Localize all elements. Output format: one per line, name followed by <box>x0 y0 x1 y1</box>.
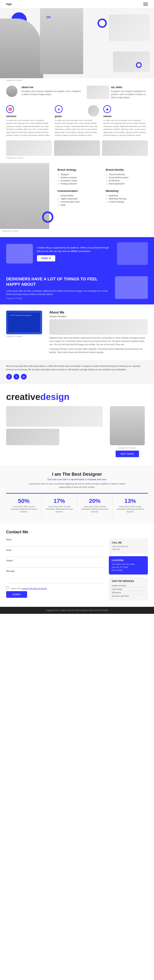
screen-text: Learn Instagram photography <box>10 314 31 316</box>
mission-title: mission <box>6 115 51 118</box>
stat-label-2: Lorem ipsum dolor sit amet consectetur a… <box>44 505 75 513</box>
brand-section: Image from Freepik Brand strategy —Navig… <box>0 163 154 237</box>
creative-img-top <box>6 406 103 427</box>
mgv-image-credit: Images from Freepik <box>6 157 148 159</box>
skills-image-block: my skills Excepteur sint occaecat cupida… <box>87 86 148 99</box>
footer: Copyright 2023. All rights reserved | Th… <box>0 607 154 614</box>
hero-section: ∞ <box>0 8 154 78</box>
nav-logo[interactable]: logo <box>6 2 12 6</box>
values-title: values <box>103 115 148 118</box>
identity-item-1: —Visual positioning <box>106 173 150 176</box>
email-input[interactable] <box>6 552 104 557</box>
affiliate-start-button[interactable]: START IT <box>37 255 55 261</box>
call-title: CALL ME <box>112 541 145 544</box>
creative-credit: Images from Freepik <box>107 447 148 449</box>
designers-text: DESIGNERS HAVE A LOT OF THINGS TO FEEL H… <box>6 276 111 299</box>
stat-item-4: 13% Lorem ipsum dolor sit amet consectet… <box>113 493 148 517</box>
social-row: f t in <box>6 374 148 380</box>
creative-right-col: Images from Freepik NEXT MORE <box>107 406 148 457</box>
designers-title: DESIGNERS HAVE A LOT OF THINGS TO FEEL H… <box>6 276 111 287</box>
designers-right-img <box>115 276 148 299</box>
hero-right-top <box>109 14 150 41</box>
subject-label: Subject <box>6 560 104 562</box>
subject-input[interactable] <box>6 562 104 568</box>
stat-item-2: 17% Lorem ipsum dolor sit amet consectet… <box>42 493 77 517</box>
agree-row: I agree to the I agree to the Terms of S… <box>6 586 104 590</box>
twitter-icon[interactable]: t <box>14 374 19 380</box>
hamburger-menu[interactable] <box>143 3 148 6</box>
next-more-button[interactable]: NEXT MORE <box>116 450 139 457</box>
quote-section: We are living rapid these after going do… <box>0 360 154 384</box>
skills-image <box>87 86 110 99</box>
hero-image-credit: Image from Freepik <box>0 78 154 82</box>
creative-normal-text: creative <box>6 392 40 402</box>
infinity-icon: ∞ <box>46 13 50 21</box>
creative-title-text: creativedesign <box>6 392 148 402</box>
service-item-2: Logo Design <box>112 587 145 591</box>
mgv-image-1 <box>6 140 52 156</box>
form-name-row: Name <box>6 538 104 547</box>
strategy-item-3: —Competitor review <box>58 179 102 182</box>
mgv-image-2 <box>54 140 100 156</box>
about-me-right-col: About Me Sample Headline Dignissim diam … <box>49 310 148 354</box>
message-input[interactable] <box>6 573 104 583</box>
agree-checkbox[interactable] <box>6 586 9 589</box>
about-me-para2: Consequat interdum varius sit amet matti… <box>49 347 148 354</box>
values-block: ◆ values In mollis nunc sed id semper ri… <box>103 105 148 137</box>
brand-right-col: Brand strategy —Navigate —Audience analy… <box>55 163 154 233</box>
stat-label-4: Lorem ipsum dolor sit amet consectetur a… <box>115 505 146 513</box>
designers-image-credit: Image from Freepik <box>6 297 111 299</box>
about-me-heading: About Me <box>49 310 148 314</box>
about-me-right-image <box>49 319 148 335</box>
marketing-item-2: —Marketing Planning <box>106 197 150 200</box>
brand-outline-circle <box>42 212 53 223</box>
affiliate-title-text: Creative Blog is supported by its audien… <box>37 246 113 253</box>
identity-item-4: —Brand application <box>106 182 150 185</box>
best-designer-section: I am The Best Designer Duis aute irure d… <box>0 465 154 523</box>
footer-text: Copyright 2023. All rights reserved | Th… <box>4 609 150 611</box>
email-label: Email <box>6 549 104 551</box>
stat-label-3: Lorem ipsum dolor sit amet consectetur a… <box>79 505 110 513</box>
form-subject-row: Subject <box>6 560 104 568</box>
brand-marketing-card: Marketing —Marketing —Marketing Planning… <box>106 189 150 207</box>
location-card: LOCATION Your Name, 100 Your Street Your… <box>109 556 148 574</box>
brand-communication-title: Communication <box>58 189 102 192</box>
service-item-1: Graphic branding <box>112 584 145 587</box>
name-input[interactable] <box>6 541 104 547</box>
brand-communication-list: —Verbal identity —Tagline exploration —C… <box>58 194 102 207</box>
brand-identity-title: Brand identity <box>106 168 150 171</box>
submit-button[interactable]: SUBMIT <box>6 591 27 598</box>
best-designer-subtitle: Duis aute irure dolor in reprehenderit i… <box>6 478 148 480</box>
stat-number-1: 50% <box>8 498 39 504</box>
strategy-item-4: —Strategic direction <box>58 182 102 185</box>
creative-blue-text: design <box>40 392 69 402</box>
goals-block: ◈ goals In mollis nunc sed id semper ris… <box>55 105 99 137</box>
mgv-section: 🎯 mission In mollis nunc sed id semper r… <box>0 101 154 163</box>
designers-section: DESIGNERS HAVE A LOT OF THINGS TO FEEL H… <box>0 270 154 304</box>
hero-circle-outline <box>97 19 107 28</box>
terms-link[interactable]: I agree to the Terms of Service <box>22 587 47 590</box>
marketing-item-3: —Content Strategy <box>106 200 150 204</box>
contact-form: Name Email Subject Message I agree to th… <box>6 538 104 601</box>
mgv-image-3 <box>102 140 148 156</box>
affiliate-section: Creative Blog is supported by its audien… <box>0 237 154 270</box>
values-text: In mollis nunc sed id semper risus in he… <box>103 119 148 137</box>
brand-identity-list: —Visual positioning —Visual identity sys… <box>106 173 150 185</box>
brand-marketing-list: —Marketing —Marketing Planning —Content … <box>106 194 150 204</box>
skills-title: my skills <box>111 86 148 89</box>
name-label: Name <box>6 538 104 541</box>
about-me-sample-headline: Sample Headline <box>49 315 148 318</box>
about-text-block: about me Excepteur sint occaecat cupidat… <box>22 86 83 96</box>
hero-right-bottom <box>113 51 150 72</box>
linkedin-icon[interactable]: in <box>21 374 27 380</box>
marketing-item-1: —Marketing <box>106 194 150 197</box>
stat-number-4: 13% <box>115 498 146 504</box>
facebook-icon[interactable]: f <box>6 374 12 380</box>
brand-communication-card: Communication —Verbal identity —Tagline … <box>58 189 102 207</box>
quote-text: We are living rapid these after going do… <box>6 364 148 371</box>
services-title: OUR TOP SERVICES <box>112 580 145 582</box>
contact-title: Contact Me <box>6 530 148 535</box>
laptop-screen: Learn Instagram photography <box>6 310 42 334</box>
call-me-card: CALL ME +000 (123) 456 789 +000 789 <box>109 538 148 554</box>
brand-strategy-card: Brand strategy —Navigate —Audience analy… <box>58 168 102 185</box>
